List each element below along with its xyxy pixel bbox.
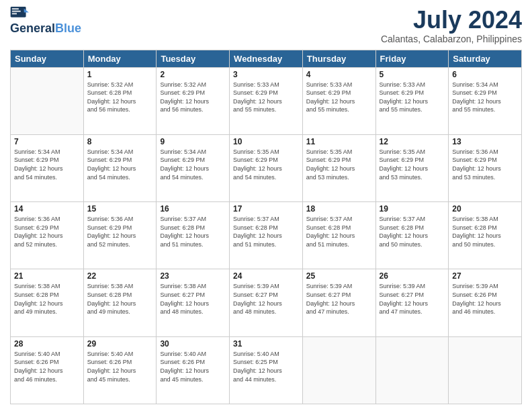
- day-info: Sunrise: 5:35 AM Sunset: 6:29 PM Dayligh…: [306, 148, 372, 181]
- calendar-body: 1Sunrise: 5:32 AM Sunset: 6:28 PM Daylig…: [11, 67, 522, 404]
- calendar-cell: [449, 336, 522, 404]
- day-info: Sunrise: 5:35 AM Sunset: 6:29 PM Dayligh…: [380, 148, 445, 181]
- calendar-cell: [11, 67, 84, 134]
- day-number: 22: [87, 271, 153, 281]
- col-saturday: Saturday: [449, 50, 522, 67]
- calendar-cell: 9Sunrise: 5:34 AM Sunset: 6:29 PM Daylig…: [157, 134, 230, 201]
- day-info: Sunrise: 5:36 AM Sunset: 6:29 PM Dayligh…: [452, 148, 518, 181]
- calendar-cell: 25Sunrise: 5:39 AM Sunset: 6:27 PM Dayli…: [302, 269, 375, 336]
- week-row-1: 7Sunrise: 5:34 AM Sunset: 6:29 PM Daylig…: [11, 134, 522, 201]
- day-info: Sunrise: 5:39 AM Sunset: 6:27 PM Dayligh…: [306, 282, 372, 316]
- calendar-cell: 2Sunrise: 5:32 AM Sunset: 6:29 PM Daylig…: [157, 67, 230, 134]
- day-info: Sunrise: 5:34 AM Sunset: 6:29 PM Dayligh…: [87, 148, 153, 181]
- logo-blue: Blue: [55, 21, 81, 36]
- day-info: Sunrise: 5:36 AM Sunset: 6:29 PM Dayligh…: [14, 215, 80, 248]
- day-number: 31: [233, 339, 299, 349]
- day-number: 4: [306, 70, 372, 79]
- calendar-cell: [302, 336, 375, 404]
- main-title: July 2024: [381, 7, 522, 34]
- calendar-cell: 7Sunrise: 5:34 AM Sunset: 6:29 PM Daylig…: [11, 134, 84, 201]
- calendar-cell: 17Sunrise: 5:37 AM Sunset: 6:28 PM Dayli…: [230, 202, 303, 269]
- calendar-cell: 31Sunrise: 5:40 AM Sunset: 6:25 PM Dayli…: [230, 336, 303, 404]
- day-info: Sunrise: 5:36 AM Sunset: 6:29 PM Dayligh…: [87, 215, 153, 248]
- logo-icon: [10, 7, 30, 20]
- day-info: Sunrise: 5:32 AM Sunset: 6:28 PM Dayligh…: [87, 81, 153, 114]
- day-number: 1: [87, 70, 153, 79]
- calendar-cell: 29Sunrise: 5:40 AM Sunset: 6:26 PM Dayli…: [83, 336, 157, 404]
- day-number: 15: [87, 204, 153, 214]
- calendar-cell: 12Sunrise: 5:35 AM Sunset: 6:29 PM Dayli…: [375, 134, 449, 201]
- day-info: Sunrise: 5:35 AM Sunset: 6:29 PM Dayligh…: [233, 148, 299, 181]
- calendar-cell: 19Sunrise: 5:37 AM Sunset: 6:28 PM Dayli…: [375, 202, 449, 269]
- calendar-cell: 22Sunrise: 5:38 AM Sunset: 6:28 PM Dayli…: [83, 269, 157, 336]
- title-block: July 2024 Calantas, Calabarzon, Philippi…: [381, 7, 522, 44]
- day-number: 9: [160, 137, 226, 146]
- day-info: Sunrise: 5:40 AM Sunset: 6:26 PM Dayligh…: [87, 350, 153, 383]
- calendar-cell: 21Sunrise: 5:38 AM Sunset: 6:28 PM Dayli…: [11, 269, 84, 336]
- col-wednesday: Wednesday: [230, 50, 303, 67]
- day-info: Sunrise: 5:38 AM Sunset: 6:28 PM Dayligh…: [452, 215, 518, 248]
- calendar-cell: 8Sunrise: 5:34 AM Sunset: 6:29 PM Daylig…: [83, 134, 157, 201]
- day-info: Sunrise: 5:39 AM Sunset: 6:26 PM Dayligh…: [452, 282, 518, 316]
- week-row-3: 21Sunrise: 5:38 AM Sunset: 6:28 PM Dayli…: [11, 269, 522, 336]
- svg-rect-3: [12, 11, 21, 12]
- day-number: 30: [160, 339, 226, 349]
- calendar-cell: [375, 336, 449, 404]
- header: General Blue July 2024 Calantas, Calabar…: [10, 7, 522, 44]
- day-number: 17: [233, 204, 299, 214]
- calendar-cell: 14Sunrise: 5:36 AM Sunset: 6:29 PM Dayli…: [11, 202, 84, 269]
- day-number: 26: [380, 271, 445, 281]
- day-info: Sunrise: 5:38 AM Sunset: 6:27 PM Dayligh…: [160, 282, 226, 316]
- calendar-cell: 4Sunrise: 5:33 AM Sunset: 6:29 PM Daylig…: [302, 67, 375, 134]
- logo: General Blue: [10, 7, 81, 36]
- calendar-cell: 18Sunrise: 5:37 AM Sunset: 6:28 PM Dayli…: [302, 202, 375, 269]
- col-sunday: Sunday: [11, 50, 84, 67]
- col-friday: Friday: [375, 50, 449, 67]
- col-tuesday: Tuesday: [157, 50, 230, 67]
- day-info: Sunrise: 5:39 AM Sunset: 6:27 PM Dayligh…: [233, 282, 299, 316]
- day-info: Sunrise: 5:39 AM Sunset: 6:27 PM Dayligh…: [380, 282, 445, 316]
- calendar-cell: 1Sunrise: 5:32 AM Sunset: 6:28 PM Daylig…: [83, 67, 157, 134]
- col-monday: Monday: [83, 50, 157, 67]
- calendar-cell: 27Sunrise: 5:39 AM Sunset: 6:26 PM Dayli…: [449, 269, 522, 336]
- calendar-table: Sunday Monday Tuesday Wednesday Thursday…: [10, 50, 522, 404]
- week-row-4: 28Sunrise: 5:40 AM Sunset: 6:26 PM Dayli…: [11, 336, 522, 404]
- calendar-cell: 26Sunrise: 5:39 AM Sunset: 6:27 PM Dayli…: [375, 269, 449, 336]
- calendar-cell: 30Sunrise: 5:40 AM Sunset: 6:26 PM Dayli…: [157, 336, 230, 404]
- week-row-2: 14Sunrise: 5:36 AM Sunset: 6:29 PM Dayli…: [11, 202, 522, 269]
- day-number: 11: [306, 137, 372, 146]
- day-info: Sunrise: 5:37 AM Sunset: 6:28 PM Dayligh…: [306, 215, 372, 248]
- day-number: 10: [233, 137, 299, 146]
- day-info: Sunrise: 5:37 AM Sunset: 6:28 PM Dayligh…: [160, 215, 226, 248]
- day-number: 20: [452, 204, 518, 214]
- day-number: 13: [452, 137, 518, 146]
- day-number: 25: [306, 271, 372, 281]
- day-info: Sunrise: 5:40 AM Sunset: 6:25 PM Dayligh…: [233, 350, 299, 383]
- logo-general: General: [10, 21, 55, 36]
- day-number: 21: [14, 271, 80, 281]
- header-row: Sunday Monday Tuesday Wednesday Thursday…: [11, 50, 522, 67]
- day-number: 16: [160, 204, 226, 214]
- calendar-cell: 6Sunrise: 5:34 AM Sunset: 6:29 PM Daylig…: [449, 67, 522, 134]
- calendar-cell: 3Sunrise: 5:33 AM Sunset: 6:29 PM Daylig…: [230, 67, 303, 134]
- day-number: 19: [380, 204, 445, 214]
- day-number: 29: [87, 339, 153, 349]
- day-number: 6: [452, 70, 518, 79]
- day-info: Sunrise: 5:40 AM Sunset: 6:26 PM Dayligh…: [160, 350, 226, 383]
- day-info: Sunrise: 5:33 AM Sunset: 6:29 PM Dayligh…: [306, 81, 372, 114]
- calendar-page: General Blue July 2024 Calantas, Calabar…: [0, 0, 532, 411]
- day-info: Sunrise: 5:34 AM Sunset: 6:29 PM Dayligh…: [452, 81, 518, 114]
- svg-rect-4: [12, 13, 17, 14]
- calendar-cell: 16Sunrise: 5:37 AM Sunset: 6:28 PM Dayli…: [157, 202, 230, 269]
- week-row-0: 1Sunrise: 5:32 AM Sunset: 6:28 PM Daylig…: [11, 67, 522, 134]
- day-number: 27: [452, 271, 518, 281]
- day-info: Sunrise: 5:38 AM Sunset: 6:28 PM Dayligh…: [14, 282, 80, 316]
- subtitle: Calantas, Calabarzon, Philippines: [381, 34, 522, 44]
- calendar-cell: 10Sunrise: 5:35 AM Sunset: 6:29 PM Dayli…: [230, 134, 303, 201]
- day-number: 23: [160, 271, 226, 281]
- day-number: 8: [87, 137, 153, 146]
- day-number: 24: [233, 271, 299, 281]
- day-number: 7: [14, 137, 80, 146]
- calendar-cell: 28Sunrise: 5:40 AM Sunset: 6:26 PM Dayli…: [11, 336, 84, 404]
- day-number: 5: [380, 70, 445, 79]
